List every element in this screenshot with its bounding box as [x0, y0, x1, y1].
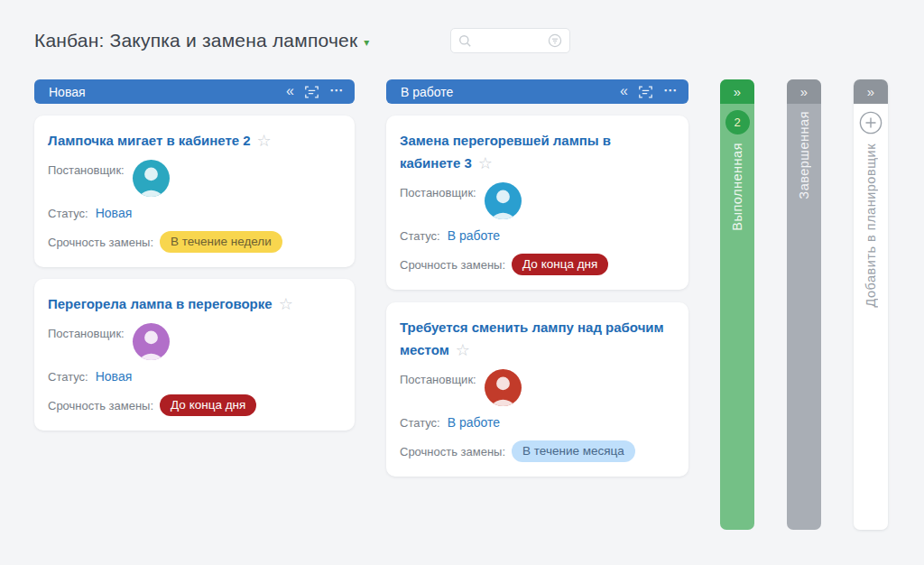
favorite-star-icon[interactable]: ☆ [478, 154, 493, 172]
favorite-star-icon[interactable]: ☆ [456, 341, 470, 359]
collapse-column-icon[interactable]: « [286, 84, 294, 98]
card-title[interactable]: Замена перегоревшей лампы в кабинете 3 [400, 133, 611, 171]
task-card[interactable]: Перегорела лампа в переговорке☆ Постанов… [34, 279, 355, 431]
status-value-link[interactable]: В работе [448, 228, 500, 243]
column-title: В работе [401, 85, 610, 99]
column-done-collapsed[interactable]: » 2 Выполненная [720, 79, 754, 530]
status-value-link[interactable]: В работе [448, 415, 500, 430]
status-label: Статус: [400, 229, 440, 243]
column-menu-icon[interactable]: ⋯ [663, 82, 678, 98]
automation-frame-icon[interactable] [638, 86, 653, 98]
task-card[interactable]: Требуется сменить лампу над рабочим мест… [386, 302, 688, 477]
assignee-label: Постановщик: [48, 163, 125, 177]
assignee-label: Постановщик: [400, 373, 476, 386]
status-label: Статус: [48, 370, 88, 384]
collapse-column-icon[interactable]: « [620, 84, 628, 98]
card-title[interactable]: Требуется сменить лампу над рабочим мест… [400, 320, 664, 357]
card-title-row: Замена перегоревшей лампы в кабинете 3☆ [400, 129, 674, 175]
task-count-badge: 2 [725, 110, 750, 134]
favorite-star-icon[interactable]: ☆ [257, 132, 272, 150]
assignee-row: Постановщик: [48, 323, 340, 360]
task-card[interactable]: Замена перегоревшей лампы в кабинете 3☆ … [386, 116, 688, 290]
urgency-badge: До конца дня [160, 394, 256, 416]
status-row: Статус: Новая [48, 204, 340, 222]
urgency-row: Срочность замены: В течение недели [48, 230, 340, 254]
column-title: Новая [49, 85, 276, 99]
urgency-row: Срочность замены: В течение месяца [400, 440, 674, 463]
expand-column-icon[interactable]: » [854, 79, 888, 104]
urgency-row: Срочность замены: До конца дня [400, 253, 674, 276]
status-value-link[interactable]: Новая [96, 206, 133, 220]
urgency-label: Срочность замены: [400, 445, 505, 458]
urgency-row: Срочность замены: До конца дня [48, 394, 340, 417]
plus-circle-icon[interactable] [859, 111, 882, 134]
expand-column-icon[interactable]: » [720, 79, 754, 104]
avatar[interactable] [133, 160, 170, 197]
automation-frame-icon[interactable] [304, 86, 319, 98]
column-finished-collapsed[interactable]: » Завершенная [787, 79, 821, 530]
assignee-row: Постановщик: [48, 160, 340, 197]
kanban-app: Канбан: Закупка и замена лампочек ▾ [0, 0, 924, 565]
column-in-progress: В работе « ⋯ Замена перегоревшей лампы в… [386, 79, 688, 477]
status-row: Статус: В работе [400, 413, 674, 431]
task-card[interactable]: Лампочка мигает в кабинете 2☆ Постановщи… [34, 116, 355, 267]
urgency-label: Срочность замены: [48, 399, 153, 412]
avatar[interactable] [485, 369, 522, 406]
status-row: Статус: Новая [48, 367, 340, 385]
column-new-header[interactable]: Новая « ⋯ [34, 79, 355, 104]
favorite-star-icon[interactable]: ☆ [279, 295, 293, 313]
kanban-board: Новая « ⋯ Лампочка мигает в кабинете 2☆ [0, 0, 924, 565]
assignee-label: Постановщик: [48, 327, 125, 340]
urgency-badge: До конца дня [512, 254, 608, 275]
urgency-badge: В течение месяца [512, 440, 635, 462]
avatar[interactable] [133, 323, 170, 360]
card-title[interactable]: Лампочка мигает в кабинете 2 [48, 133, 251, 148]
assignee-row: Постановщик: [400, 369, 674, 406]
column-title: Добавить в планировщик [864, 144, 878, 308]
column-menu-icon[interactable]: ⋯ [329, 82, 344, 98]
column-add-to-planner-collapsed[interactable]: » Добавить в планировщик [854, 79, 888, 530]
status-row: Статус: В работе [400, 227, 674, 245]
card-title-row: Лампочка мигает в кабинете 2☆ [48, 129, 340, 153]
card-title-row: Требуется сменить лампу над рабочим мест… [400, 316, 674, 362]
card-title-row: Перегорела лампа в переговорке☆ [48, 292, 340, 316]
column-title: Выполненная [730, 143, 744, 231]
urgency-badge: В течение недели [160, 231, 282, 253]
card-title[interactable]: Перегорела лампа в переговорке [48, 296, 273, 311]
avatar[interactable] [485, 182, 522, 219]
expand-column-icon[interactable]: » [787, 79, 821, 104]
urgency-label: Срочность замены: [400, 258, 505, 272]
column-in-progress-header[interactable]: В работе « ⋯ [386, 79, 688, 104]
column-new: Новая « ⋯ Лампочка мигает в кабинете 2☆ [34, 79, 355, 431]
urgency-label: Срочность замены: [48, 236, 153, 249]
column-title: Завершенная [797, 111, 811, 199]
assignee-row: Постановщик: [400, 182, 674, 219]
status-value-link[interactable]: Новая [96, 369, 133, 384]
status-label: Статус: [48, 207, 88, 220]
status-label: Статус: [400, 416, 440, 430]
assignee-label: Постановщик: [400, 186, 476, 199]
